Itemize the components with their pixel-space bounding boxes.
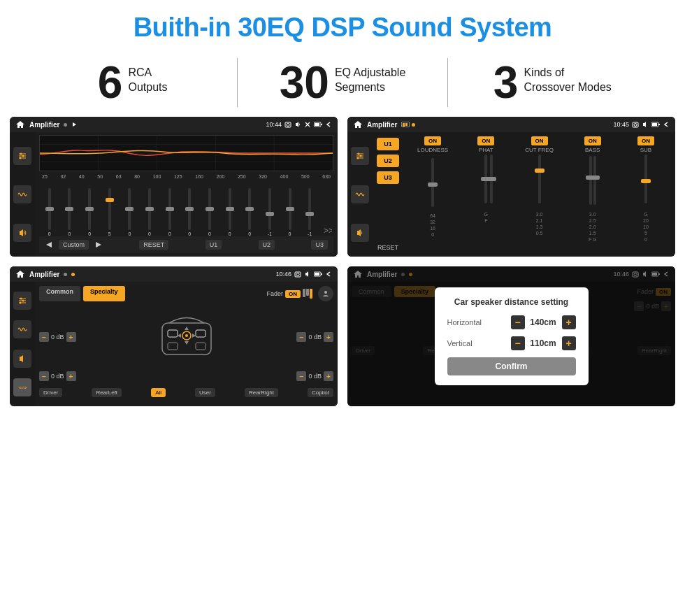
screens-grid: Amplifier 10:44 (0, 117, 685, 406)
eq-slider-5[interactable]: 0 (140, 188, 159, 236)
channel-sub: ON SUB G 20 10 5 0 (621, 136, 671, 252)
svg-marker-61 (185, 327, 189, 330)
side-controls-2 (347, 132, 373, 257)
stat-crossover: 3 Kinds ofCrossover Modes (462, 60, 643, 105)
u1-button[interactable]: U1 (206, 240, 222, 250)
preset-label: Custom (59, 240, 89, 250)
svg-marker-63 (178, 334, 181, 338)
back-icon-3[interactable] (325, 271, 332, 278)
eq-slider-8[interactable]: 0 (201, 188, 219, 236)
loudness-on[interactable]: ON (424, 136, 441, 145)
eq-slider-10[interactable]: 0 (240, 188, 259, 236)
equalizer-icon-3 (17, 296, 27, 306)
eq-slider-6[interactable]: 0 (161, 188, 179, 236)
user-btn[interactable]: User (195, 388, 215, 397)
rearright-btn[interactable]: RearRight (245, 388, 278, 397)
br-plus[interactable]: + (324, 371, 333, 381)
eq-icon-btn[interactable] (13, 147, 31, 165)
eq-slider-13[interactable]: -1 (301, 188, 319, 236)
status-bar-2: Amplifier 10:45 (347, 117, 675, 132)
bass-on[interactable]: ON (584, 136, 601, 145)
u1-select[interactable]: U1 (377, 138, 399, 150)
side-controls-3: ⟺ (10, 282, 35, 406)
profile-icon[interactable] (318, 286, 333, 301)
wave-icon-btn-3[interactable] (13, 320, 31, 338)
confirm-button[interactable]: Confirm (447, 357, 576, 375)
status-dot-3 (64, 273, 67, 276)
back-icon-2[interactable] (663, 121, 670, 128)
eq-slider-11[interactable]: -1 (261, 188, 279, 236)
horizontal-plus[interactable]: + (562, 315, 576, 329)
cutfreq-on[interactable]: ON (531, 136, 548, 145)
back-icon-1[interactable] (325, 121, 332, 128)
eq-slider-3[interactable]: 5 (101, 188, 119, 236)
horizontal-control: − 140cm + (511, 315, 576, 329)
svg-point-27 (634, 124, 637, 127)
time-2: 10:45 (613, 121, 629, 128)
arrows-icon-btn-3[interactable]: ⟺ (13, 378, 31, 396)
reset-label[interactable]: RESET (377, 244, 398, 251)
phat-on[interactable]: ON (477, 136, 494, 145)
bl-minus[interactable]: − (39, 371, 49, 381)
eq-slider-12[interactable]: 0 (281, 188, 299, 236)
vertical-plus[interactable]: + (562, 336, 576, 350)
eq-icon-btn-3[interactable] (13, 292, 31, 310)
tl-minus[interactable]: − (39, 332, 49, 342)
camera-icon-1 (284, 121, 291, 128)
eq-icon-btn-2[interactable] (351, 147, 369, 165)
u2-select[interactable]: U2 (377, 155, 399, 167)
tl-plus[interactable]: + (66, 332, 76, 342)
vertical-minus[interactable]: − (511, 336, 525, 350)
u3-select[interactable]: U3 (377, 171, 399, 184)
tr-plus[interactable]: + (324, 332, 333, 342)
tr-minus[interactable]: − (296, 332, 306, 342)
screen3-content: ⟺ Common Specialty Fader ON (10, 282, 338, 406)
fader-on[interactable]: ON (285, 290, 301, 298)
sub-on[interactable]: ON (637, 136, 654, 145)
speaker-icon-btn-3[interactable] (13, 350, 31, 368)
screen-distance: Amplifier 10:46 (347, 266, 675, 406)
tab-common[interactable]: Common (39, 286, 80, 301)
stat-label-eq: EQ AdjustableSegments (335, 60, 405, 95)
eq-slider-0[interactable]: 0 (41, 188, 59, 236)
br-minus[interactable]: − (296, 371, 306, 381)
loudness-slider[interactable] (431, 158, 434, 207)
horizontal-minus[interactable]: − (511, 315, 525, 329)
rearleft-btn[interactable]: RearLeft (92, 388, 122, 397)
speaker-icon-btn-2[interactable] (351, 224, 369, 242)
prev-icon[interactable] (45, 241, 53, 249)
u2-button[interactable]: U2 (259, 240, 275, 250)
status-bar-right-2: 10:45 (613, 121, 670, 128)
cutfreq-label: CUT FREQ (525, 147, 554, 153)
volume-icon-2 (642, 121, 649, 128)
u3-button[interactable]: U3 (311, 240, 328, 250)
tab-specialty[interactable]: Specialty (83, 286, 125, 301)
bl-plus[interactable]: + (66, 371, 76, 381)
all-btn[interactable]: All (151, 388, 166, 397)
amp-settings: ON LOUDNESS 64 32 16 0 ON PHAT (403, 132, 675, 257)
camera-icon-2 (632, 121, 639, 128)
reset-button[interactable]: RESET (139, 240, 168, 250)
copilot-btn[interactable]: Copilot (308, 388, 333, 397)
eq-bottom-bar: Custom RESET U1 U2 U3 (39, 236, 333, 253)
svg-marker-0 (73, 122, 76, 127)
status-bar-left-3: Amplifier (15, 269, 75, 279)
speaker-icon-2 (355, 228, 365, 238)
dialog-title: Car speaker distance setting (447, 297, 576, 307)
eq-slider-2[interactable]: 0 (80, 188, 99, 236)
eq-slider-1[interactable]: 0 (61, 188, 79, 236)
screen3-title: Amplifier (29, 271, 59, 278)
speaker-icon-btn[interactable] (13, 224, 31, 242)
volume-icon-1 (294, 121, 301, 128)
wave-icon (17, 189, 27, 199)
crossover-main: Common Specialty Fader ON (35, 282, 338, 406)
wave-icon-btn[interactable] (13, 185, 31, 203)
home-icon-3 (15, 269, 25, 279)
wave-icon-btn-2[interactable] (351, 185, 369, 203)
battery-icon-3 (314, 271, 322, 277)
eq-slider-4[interactable]: 0 (121, 188, 139, 236)
eq-slider-9[interactable]: 0 (221, 188, 239, 236)
driver-btn[interactable]: Driver (39, 388, 62, 397)
eq-slider-7[interactable]: 0 (180, 188, 199, 236)
next-icon[interactable] (94, 241, 103, 249)
